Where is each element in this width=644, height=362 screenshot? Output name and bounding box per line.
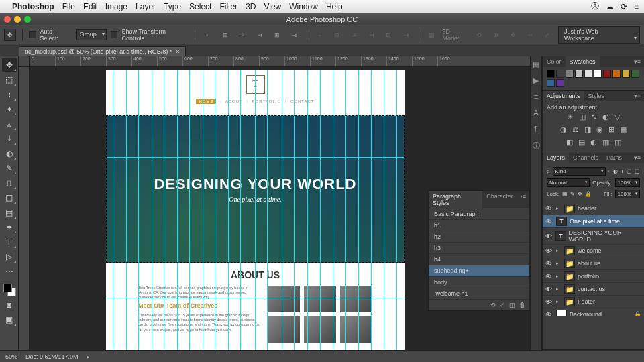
visibility-icon[interactable]: 👁 bbox=[545, 286, 553, 293]
layer-row[interactable]: 👁TOne pixel at a time. bbox=[543, 215, 644, 228]
adj-brightness-icon[interactable]: ☀ bbox=[567, 113, 574, 121]
swatch[interactable] bbox=[631, 70, 639, 78]
move-tool-indicator-icon[interactable]: ✥ bbox=[4, 29, 16, 41]
menu-help[interactable]: Help bbox=[326, 2, 343, 11]
menu-3d[interactable]: 3D bbox=[246, 2, 256, 11]
menu-window[interactable]: Window bbox=[289, 2, 318, 11]
swatch[interactable] bbox=[594, 70, 602, 78]
character-panel-icon[interactable]: A bbox=[531, 109, 541, 118]
layer-row[interactable]: 👁▸📁welcome bbox=[543, 245, 644, 257]
visibility-icon[interactable]: 👁 bbox=[545, 218, 553, 225]
adj-threshold-icon[interactable]: ◐ bbox=[590, 138, 597, 147]
3d-roll-icon[interactable]: ⊕ bbox=[489, 28, 502, 42]
swatch[interactable] bbox=[556, 70, 564, 78]
menu-image[interactable]: Image bbox=[105, 2, 127, 11]
crop-tool[interactable]: ⟁ bbox=[2, 117, 17, 131]
workspace-switcher[interactable]: Justin's Web Workspace bbox=[558, 26, 640, 44]
visibility-icon[interactable]: 👁 bbox=[545, 311, 553, 317]
layers-tab[interactable]: Layers bbox=[543, 152, 569, 163]
menu-edit[interactable]: Edit bbox=[83, 2, 97, 11]
3d-scale-icon[interactable]: ⤢ bbox=[541, 28, 554, 42]
layer-row[interactable]: 👁TDESIGNING YOUR WORLD bbox=[543, 228, 644, 245]
adj-hue-icon[interactable]: ◑ bbox=[560, 125, 567, 134]
panel-flyout-icon[interactable]: ›≡ bbox=[517, 191, 529, 208]
pstyle-basic[interactable]: Basic Paragraph bbox=[429, 208, 529, 220]
color-swatches[interactable] bbox=[2, 282, 17, 297]
distribute-right-icon[interactable]: ⫣ bbox=[399, 28, 413, 42]
pstyle-h1[interactable]: h1 bbox=[429, 220, 529, 231]
adjustments-tab[interactable]: Adjustments bbox=[543, 90, 584, 101]
layer-row[interactable]: 👁▸📁contact us bbox=[543, 283, 644, 296]
status-arrow-icon[interactable]: ▸ bbox=[87, 353, 90, 360]
filter-pixel-icon[interactable]: ▫ bbox=[608, 168, 610, 174]
behance-icon[interactable]: Ⓐ bbox=[591, 1, 599, 12]
filter-shape-icon[interactable]: ▢ bbox=[627, 168, 632, 174]
paragraph-styles-tab[interactable]: Paragraph Styles bbox=[429, 191, 482, 208]
visibility-icon[interactable]: 👁 bbox=[545, 205, 553, 213]
opacity-input[interactable]: 100% bbox=[615, 178, 640, 187]
pstyle-body[interactable]: body bbox=[429, 277, 529, 288]
align-top-icon[interactable]: ⫠ bbox=[201, 28, 215, 42]
horizontal-ruler[interactable]: 0100200300400500600700800900100011001200… bbox=[30, 56, 530, 67]
clear-override-icon[interactable]: ⟲ bbox=[490, 302, 496, 308]
move-tool[interactable]: ✥ bbox=[2, 58, 17, 72]
auto-select-checkbox[interactable] bbox=[29, 31, 36, 38]
disclosure-icon[interactable]: ▸ bbox=[556, 299, 561, 304]
marquee-tool[interactable]: ⬚ bbox=[2, 73, 17, 86]
vertical-ruler[interactable] bbox=[19, 67, 30, 350]
auto-align-icon[interactable]: ▦ bbox=[425, 28, 439, 42]
character-tab[interactable]: Character bbox=[482, 191, 517, 208]
paths-tab[interactable]: Paths bbox=[602, 152, 626, 163]
distribute-bottom-icon[interactable]: ⫡ bbox=[347, 28, 361, 42]
adj-curves-icon[interactable]: ∿ bbox=[591, 113, 597, 121]
visibility-icon[interactable]: 👁 bbox=[545, 247, 553, 255]
show-transform-checkbox[interactable] bbox=[111, 31, 118, 38]
swatch[interactable] bbox=[612, 70, 621, 78]
adj-levels-icon[interactable]: ◫ bbox=[579, 113, 586, 121]
visibility-icon[interactable]: 👁 bbox=[545, 233, 553, 240]
more-tools-icon[interactable]: ⋯ bbox=[2, 265, 17, 278]
disclosure-icon[interactable]: ▸ bbox=[556, 274, 561, 279]
distribute-top-icon[interactable]: ⫠ bbox=[313, 28, 327, 42]
eyedropper-tool[interactable]: ⤓ bbox=[2, 132, 17, 145]
menu-type[interactable]: Type bbox=[164, 2, 181, 11]
close-window-button[interactable] bbox=[4, 16, 11, 23]
menu-view[interactable]: View bbox=[264, 2, 281, 11]
3d-rotate-icon[interactable]: ⟲ bbox=[472, 28, 486, 42]
layer-row[interactable]: 👁Background🔒 bbox=[543, 308, 644, 316]
adj-vibrance-icon[interactable]: ▽ bbox=[614, 113, 620, 121]
filter-smart-icon[interactable]: ◫ bbox=[635, 168, 640, 174]
visibility-icon[interactable]: 👁 bbox=[545, 273, 553, 280]
adj-lookup-icon[interactable]: ▦ bbox=[620, 125, 627, 134]
visibility-icon[interactable]: 👁 bbox=[545, 298, 553, 306]
menu-file[interactable]: File bbox=[62, 2, 75, 11]
brush-tool[interactable]: ✎ bbox=[2, 162, 17, 175]
lock-position-icon[interactable]: ✥ bbox=[578, 191, 582, 197]
distribute-vcenter-icon[interactable]: ⊟ bbox=[331, 28, 344, 42]
3d-pan-icon[interactable]: ✥ bbox=[506, 28, 520, 42]
align-hcenter-icon[interactable]: ⊞ bbox=[270, 28, 284, 42]
align-vcenter-icon[interactable]: ⊟ bbox=[219, 28, 232, 42]
new-style-icon[interactable]: ◫ bbox=[509, 302, 515, 308]
info-panel-icon[interactable]: ⓘ bbox=[531, 141, 541, 150]
minimize-window-button[interactable] bbox=[14, 16, 21, 23]
clone-stamp-tool[interactable]: ⎍ bbox=[2, 176, 17, 190]
swatch[interactable] bbox=[547, 70, 555, 78]
adj-invert-icon[interactable]: ◧ bbox=[566, 138, 573, 147]
distribute-left-icon[interactable]: ⫤ bbox=[365, 28, 378, 42]
history-panel-icon[interactable]: ▤ bbox=[531, 60, 541, 70]
type-tool[interactable]: T bbox=[2, 235, 17, 249]
disclosure-icon[interactable]: ▸ bbox=[556, 206, 561, 211]
adj-photo-filter-icon[interactable]: ◉ bbox=[596, 125, 603, 134]
path-selection-tool[interactable]: ▷ bbox=[2, 250, 17, 263]
disclosure-icon[interactable]: ▸ bbox=[556, 261, 561, 266]
adj-exposure-icon[interactable]: ◐ bbox=[602, 113, 609, 121]
disclosure-icon[interactable]: ▸ bbox=[556, 248, 561, 253]
blend-mode-select[interactable]: Normal bbox=[547, 178, 590, 187]
menu-filter[interactable]: Filter bbox=[219, 2, 237, 11]
fill-input[interactable]: 100% bbox=[615, 190, 640, 198]
menu-extras-icon[interactable]: ≡ bbox=[634, 2, 639, 11]
color-tab[interactable]: Color bbox=[543, 56, 566, 67]
styles-tab[interactable]: Styles bbox=[584, 90, 609, 101]
zoom-window-button[interactable] bbox=[24, 16, 31, 23]
